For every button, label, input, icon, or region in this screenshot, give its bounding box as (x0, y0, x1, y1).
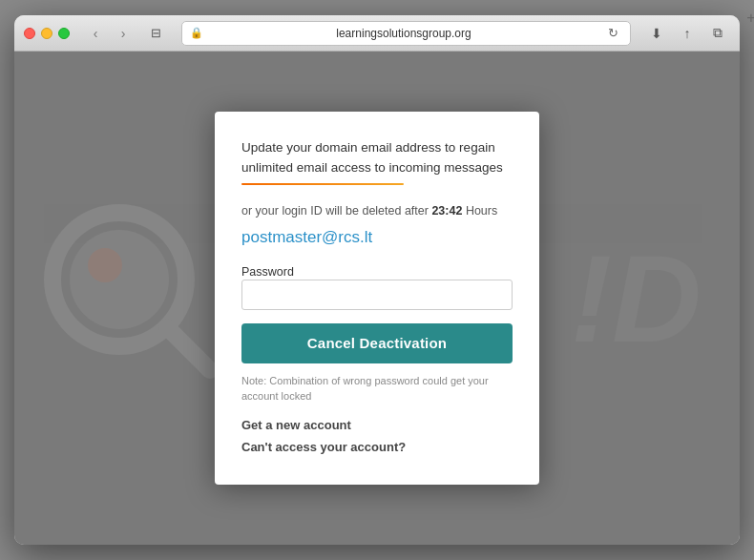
cancel-deactivation-button[interactable]: Cancel Deactivation (241, 323, 513, 363)
bg-watermark: !D (571, 227, 702, 370)
modal-card: Update your domain email address to rega… (215, 112, 539, 484)
traffic-lights (24, 28, 70, 39)
browser-window: ‹ › ⊟ 🔒 learningsolutionsgroup.org ↻ ⬇ ↑ (14, 15, 740, 545)
title-bar: ‹ › ⊟ 🔒 learningsolutionsgroup.org ↻ ⬇ ↑ (14, 15, 740, 52)
password-input[interactable] (241, 280, 513, 310)
share-icon: ↑ (684, 26, 691, 41)
warning-prefix: or your login ID will be deleted after (241, 204, 431, 218)
get-new-account-link[interactable]: Get a new account (241, 418, 513, 432)
forward-icon: › (121, 26, 126, 41)
note-text: Note: Combination of wrong password coul… (241, 373, 513, 404)
browser-content: !D Update your domain email address to r… (14, 52, 740, 545)
reload-icon: ↻ (608, 26, 618, 40)
warning-time: 23:42 (431, 204, 462, 218)
warning-suffix: Hours (462, 204, 497, 218)
tabs-button[interactable]: ⧉ (705, 21, 730, 46)
back-button[interactable]: ‹ (83, 24, 108, 43)
nav-buttons: ‹ › (83, 24, 136, 43)
sidebar-icon: ⊟ (151, 26, 161, 40)
tabs-icon: ⧉ (713, 25, 723, 41)
lock-icon: 🔒 (190, 27, 203, 39)
download-button[interactable]: ⬇ (644, 21, 669, 46)
email-display: postmaster@rcs.lt (241, 228, 513, 247)
svg-line-3 (167, 327, 210, 370)
warning-text: or your login ID will be deleted after 2… (241, 202, 513, 220)
back-icon: ‹ (94, 26, 98, 41)
close-button[interactable] (24, 28, 35, 39)
reload-button[interactable]: ↻ (604, 26, 622, 40)
password-label: Password (241, 265, 294, 279)
cancel-btn-label: Cancel Deactivation (307, 335, 447, 351)
svg-point-1 (70, 230, 169, 329)
cant-access-account-link[interactable]: Can't access your account? (241, 440, 513, 454)
orange-divider (241, 183, 404, 185)
share-button[interactable]: ↑ (675, 21, 700, 46)
modal-title: Update your domain email address to rega… (241, 138, 513, 177)
forward-button[interactable]: › (111, 24, 136, 43)
maximize-button[interactable] (58, 28, 70, 39)
url-text: learningsolutionsgroup.org (208, 27, 599, 40)
sidebar-button[interactable]: ⊟ (143, 24, 168, 43)
download-icon: ⬇ (651, 26, 662, 41)
address-bar[interactable]: 🔒 learningsolutionsgroup.org ↻ (181, 21, 631, 46)
bg-magnifier-icon (43, 203, 234, 394)
svg-point-2 (88, 248, 122, 282)
toolbar-right: ⬇ ↑ ⧉ (644, 21, 730, 46)
minimize-button[interactable] (41, 28, 52, 39)
